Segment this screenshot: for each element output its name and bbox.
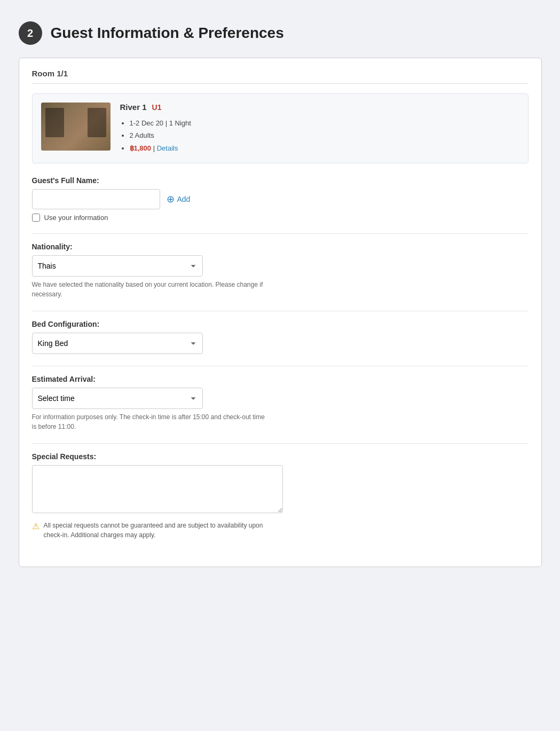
special-requests-label: Special Requests: [32, 452, 529, 461]
room-meta-dates: 1-2 Dec 20 | 1 Night [130, 117, 519, 129]
room-details: River 1 U1 1-2 Dec 20 | 1 Night 2 Adults… [120, 103, 519, 154]
guest-name-label: Guest's Full Name: [32, 176, 529, 185]
room-name: River 1 [120, 103, 147, 112]
page-container: 2 Guest Information & Preferences Room 1… [19, 11, 542, 567]
special-requests-section: Special Requests: ⚠ All special requests… [32, 452, 529, 540]
use-your-info-checkbox[interactable] [32, 214, 40, 222]
nationality-section: Nationality: Thais Other We have selecte… [32, 242, 529, 299]
page-header: 2 Guest Information & Preferences [19, 11, 542, 58]
nationality-hint: We have selected the nationality based o… [32, 280, 267, 299]
add-name-button[interactable]: ⊕ Add [167, 194, 191, 204]
warning-icon: ⚠ [32, 521, 40, 531]
warning-text: All special requests cannot be guarantee… [44, 521, 283, 540]
arrival-section: Estimated Arrival: Select time Before 15… [32, 375, 529, 431]
guest-name-input[interactable] [32, 189, 160, 209]
nationality-dropdown[interactable]: Thais Other [32, 255, 203, 277]
name-input-row: ⊕ Add [32, 189, 529, 209]
divider-2 [32, 311, 529, 311]
guest-name-section: Guest's Full Name: ⊕ Add Use your inform… [32, 176, 529, 222]
add-icon: ⊕ [167, 194, 175, 204]
step-circle: 2 [19, 21, 42, 45]
use-your-info-label: Use your information [44, 214, 108, 222]
room-thumb-image [41, 103, 111, 151]
room-meta-adults: 2 Adults [130, 129, 519, 142]
add-button-label: Add [177, 195, 191, 203]
room-type-badge: U1 [152, 103, 162, 112]
room-name-row: River 1 U1 [120, 103, 519, 112]
room-meta-list: 1-2 Dec 20 | 1 Night 2 Adults ฿1,800 | D… [120, 117, 519, 154]
divider-1 [32, 233, 529, 234]
bed-config-dropdown[interactable]: King Bed Twin Bed [32, 333, 203, 354]
room-info-box: River 1 U1 1-2 Dec 20 | 1 Night 2 Adults… [32, 93, 529, 163]
bed-config-section: Bed Configuration: King Bed Twin Bed [32, 320, 529, 354]
page-title: Guest Information & Preferences [51, 25, 284, 42]
room-price: ฿1,800 [130, 144, 152, 152]
divider-4 [32, 443, 529, 444]
special-requests-textarea[interactable] [32, 465, 283, 513]
arrival-label: Estimated Arrival: [32, 375, 529, 383]
step-number: 2 [27, 27, 33, 40]
divider-3 [32, 366, 529, 366]
arrival-dropdown[interactable]: Select time Before 15:00 15:00-17:00 17:… [32, 388, 203, 409]
details-link[interactable]: Details [157, 144, 178, 152]
room-thumbnail [41, 103, 111, 151]
bed-config-label: Bed Configuration: [32, 320, 529, 328]
warning-box: ⚠ All special requests cannot be guarant… [32, 521, 283, 540]
nationality-label: Nationality: [32, 242, 529, 251]
room-label: Room 1/1 [32, 69, 529, 84]
use-your-info-row: Use your information [32, 214, 529, 222]
room-card-container: Room 1/1 River 1 U1 1-2 Dec 20 | 1 Night… [19, 58, 542, 567]
arrival-hint: For information purposes only. The check… [32, 412, 267, 431]
room-meta-price: ฿1,800 | Details [130, 142, 519, 154]
